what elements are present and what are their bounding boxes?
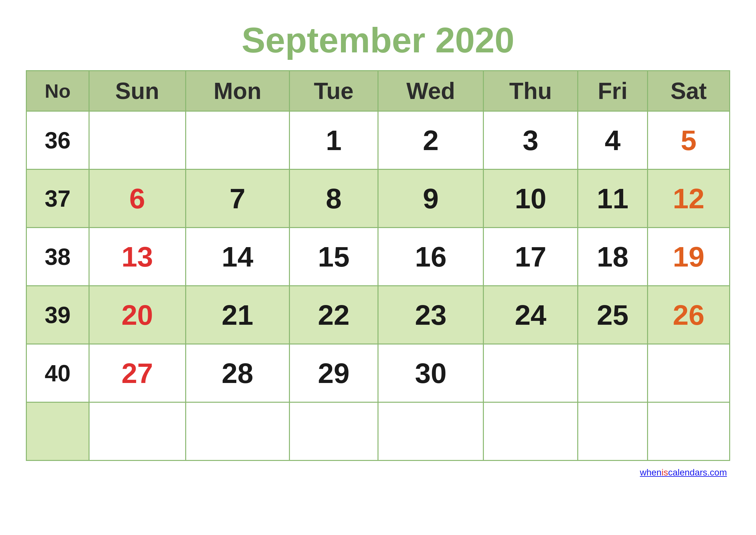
col-fri-header: Fri — [578, 71, 647, 111]
day-sun-cell: 13 — [89, 228, 185, 286]
footer-link-text3: calendars.com — [668, 467, 727, 477]
day-wed-cell: 2 — [378, 111, 483, 169]
table-row: 3612345 — [26, 111, 730, 169]
day-mon-cell — [185, 111, 289, 169]
day-sat-cell: 5 — [648, 111, 730, 169]
calendar-table: No Sun Mon Tue Wed Thu Fri Sat 361234537… — [26, 70, 730, 461]
table-row: 376789101112 — [26, 169, 730, 228]
footer-link-text2: is — [662, 467, 668, 477]
page-title: September 2020 — [242, 19, 515, 61]
day-wed-cell — [378, 402, 483, 461]
week-number: 38 — [26, 228, 89, 286]
day-sat-cell: 12 — [648, 169, 730, 228]
footer-link[interactable]: wheniscalendars.com — [640, 467, 727, 478]
header-row: No Sun Mon Tue Wed Thu Fri Sat — [26, 71, 730, 111]
day-tue-cell: 22 — [289, 286, 378, 344]
table-row: 4027282930 — [26, 344, 730, 402]
footer-link-text1: when — [640, 467, 662, 477]
day-sun-cell — [89, 111, 185, 169]
day-thu-cell — [483, 402, 578, 461]
week-number: 40 — [26, 344, 89, 402]
day-thu-cell — [483, 344, 578, 402]
day-fri-cell — [578, 344, 647, 402]
day-wed-cell: 23 — [378, 286, 483, 344]
footer: wheniscalendars.com — [26, 467, 730, 478]
day-sun-cell: 20 — [89, 286, 185, 344]
table-row: 3920212223242526 — [26, 286, 730, 344]
day-thu-cell: 24 — [483, 286, 578, 344]
day-mon-cell: 14 — [185, 228, 289, 286]
day-tue-cell: 15 — [289, 228, 378, 286]
day-tue-cell: 1 — [289, 111, 378, 169]
day-sat-cell — [648, 344, 730, 402]
day-wed-cell: 30 — [378, 344, 483, 402]
day-thu-cell: 10 — [483, 169, 578, 228]
day-sat-cell: 26 — [648, 286, 730, 344]
day-fri-cell: 4 — [578, 111, 647, 169]
day-tue-cell: 29 — [289, 344, 378, 402]
day-sun-cell: 27 — [89, 344, 185, 402]
day-fri-cell: 25 — [578, 286, 647, 344]
day-mon-cell: 28 — [185, 344, 289, 402]
col-tue-header: Tue — [289, 71, 378, 111]
table-row — [26, 402, 730, 461]
day-sat-cell — [648, 402, 730, 461]
col-thu-header: Thu — [483, 71, 578, 111]
col-no-header: No — [26, 71, 89, 111]
day-wed-cell: 9 — [378, 169, 483, 228]
day-sat-cell: 19 — [648, 228, 730, 286]
day-mon-cell: 21 — [185, 286, 289, 344]
day-thu-cell: 17 — [483, 228, 578, 286]
week-number: 37 — [26, 169, 89, 228]
week-number: 36 — [26, 111, 89, 169]
day-mon-cell: 7 — [185, 169, 289, 228]
day-sun-cell: 6 — [89, 169, 185, 228]
day-mon-cell — [185, 402, 289, 461]
table-row: 3813141516171819 — [26, 228, 730, 286]
col-sat-header: Sat — [648, 71, 730, 111]
day-fri-cell: 18 — [578, 228, 647, 286]
col-wed-header: Wed — [378, 71, 483, 111]
week-number: 39 — [26, 286, 89, 344]
day-sun-cell — [89, 402, 185, 461]
day-wed-cell: 16 — [378, 228, 483, 286]
day-tue-cell: 8 — [289, 169, 378, 228]
day-thu-cell: 3 — [483, 111, 578, 169]
week-number — [26, 402, 89, 461]
day-fri-cell — [578, 402, 647, 461]
col-sun-header: Sun — [89, 71, 185, 111]
col-mon-header: Mon — [185, 71, 289, 111]
day-fri-cell: 11 — [578, 169, 647, 228]
day-tue-cell — [289, 402, 378, 461]
